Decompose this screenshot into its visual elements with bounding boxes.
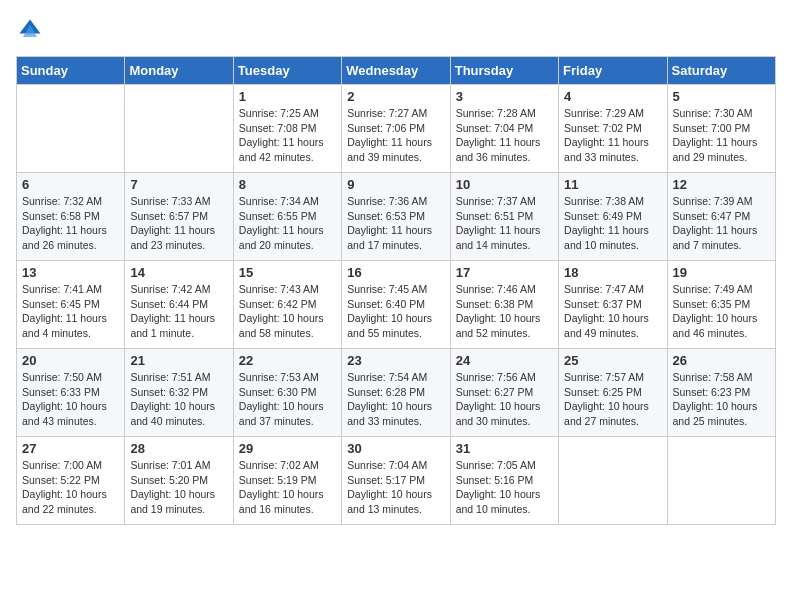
- calendar-cell: 12Sunrise: 7:39 AM Sunset: 6:47 PM Dayli…: [667, 173, 775, 261]
- day-number: 20: [22, 353, 119, 368]
- calendar-cell: 14Sunrise: 7:42 AM Sunset: 6:44 PM Dayli…: [125, 261, 233, 349]
- day-info: Sunrise: 7:36 AM Sunset: 6:53 PM Dayligh…: [347, 194, 444, 253]
- day-info: Sunrise: 7:27 AM Sunset: 7:06 PM Dayligh…: [347, 106, 444, 165]
- weekday-header-wednesday: Wednesday: [342, 57, 450, 85]
- day-info: Sunrise: 7:38 AM Sunset: 6:49 PM Dayligh…: [564, 194, 661, 253]
- calendar-cell: 4Sunrise: 7:29 AM Sunset: 7:02 PM Daylig…: [559, 85, 667, 173]
- day-info: Sunrise: 7:33 AM Sunset: 6:57 PM Dayligh…: [130, 194, 227, 253]
- day-number: 13: [22, 265, 119, 280]
- day-info: Sunrise: 7:49 AM Sunset: 6:35 PM Dayligh…: [673, 282, 770, 341]
- calendar-cell: 9Sunrise: 7:36 AM Sunset: 6:53 PM Daylig…: [342, 173, 450, 261]
- calendar-cell: 2Sunrise: 7:27 AM Sunset: 7:06 PM Daylig…: [342, 85, 450, 173]
- page-header: [16, 16, 776, 44]
- day-info: Sunrise: 7:42 AM Sunset: 6:44 PM Dayligh…: [130, 282, 227, 341]
- calendar-cell: 24Sunrise: 7:56 AM Sunset: 6:27 PM Dayli…: [450, 349, 558, 437]
- calendar-cell: 13Sunrise: 7:41 AM Sunset: 6:45 PM Dayli…: [17, 261, 125, 349]
- calendar-cell: 15Sunrise: 7:43 AM Sunset: 6:42 PM Dayli…: [233, 261, 341, 349]
- calendar-week-row: 20Sunrise: 7:50 AM Sunset: 6:33 PM Dayli…: [17, 349, 776, 437]
- day-info: Sunrise: 7:30 AM Sunset: 7:00 PM Dayligh…: [673, 106, 770, 165]
- weekday-header-thursday: Thursday: [450, 57, 558, 85]
- day-number: 21: [130, 353, 227, 368]
- day-number: 30: [347, 441, 444, 456]
- day-info: Sunrise: 7:46 AM Sunset: 6:38 PM Dayligh…: [456, 282, 553, 341]
- day-number: 18: [564, 265, 661, 280]
- calendar-cell: 18Sunrise: 7:47 AM Sunset: 6:37 PM Dayli…: [559, 261, 667, 349]
- day-info: Sunrise: 7:51 AM Sunset: 6:32 PM Dayligh…: [130, 370, 227, 429]
- day-info: Sunrise: 7:37 AM Sunset: 6:51 PM Dayligh…: [456, 194, 553, 253]
- day-info: Sunrise: 7:00 AM Sunset: 5:22 PM Dayligh…: [22, 458, 119, 517]
- day-info: Sunrise: 7:29 AM Sunset: 7:02 PM Dayligh…: [564, 106, 661, 165]
- day-info: Sunrise: 7:02 AM Sunset: 5:19 PM Dayligh…: [239, 458, 336, 517]
- day-number: 1: [239, 89, 336, 104]
- day-number: 28: [130, 441, 227, 456]
- day-number: 11: [564, 177, 661, 192]
- day-number: 12: [673, 177, 770, 192]
- calendar-cell: 11Sunrise: 7:38 AM Sunset: 6:49 PM Dayli…: [559, 173, 667, 261]
- day-number: 31: [456, 441, 553, 456]
- calendar-cell: 22Sunrise: 7:53 AM Sunset: 6:30 PM Dayli…: [233, 349, 341, 437]
- day-info: Sunrise: 7:41 AM Sunset: 6:45 PM Dayligh…: [22, 282, 119, 341]
- weekday-header-friday: Friday: [559, 57, 667, 85]
- day-number: 10: [456, 177, 553, 192]
- weekday-header-saturday: Saturday: [667, 57, 775, 85]
- calendar-cell: 17Sunrise: 7:46 AM Sunset: 6:38 PM Dayli…: [450, 261, 558, 349]
- weekday-header-row: SundayMondayTuesdayWednesdayThursdayFrid…: [17, 57, 776, 85]
- day-number: 3: [456, 89, 553, 104]
- weekday-header-monday: Monday: [125, 57, 233, 85]
- day-info: Sunrise: 7:01 AM Sunset: 5:20 PM Dayligh…: [130, 458, 227, 517]
- calendar-week-row: 1Sunrise: 7:25 AM Sunset: 7:08 PM Daylig…: [17, 85, 776, 173]
- day-number: 9: [347, 177, 444, 192]
- day-number: 7: [130, 177, 227, 192]
- calendar-cell: 6Sunrise: 7:32 AM Sunset: 6:58 PM Daylig…: [17, 173, 125, 261]
- logo: [16, 16, 48, 44]
- calendar-week-row: 13Sunrise: 7:41 AM Sunset: 6:45 PM Dayli…: [17, 261, 776, 349]
- calendar-cell: [17, 85, 125, 173]
- calendar-cell: 26Sunrise: 7:58 AM Sunset: 6:23 PM Dayli…: [667, 349, 775, 437]
- calendar-cell: [125, 85, 233, 173]
- calendar-cell: [667, 437, 775, 525]
- calendar-cell: 16Sunrise: 7:45 AM Sunset: 6:40 PM Dayli…: [342, 261, 450, 349]
- day-number: 25: [564, 353, 661, 368]
- day-info: Sunrise: 7:53 AM Sunset: 6:30 PM Dayligh…: [239, 370, 336, 429]
- day-info: Sunrise: 7:34 AM Sunset: 6:55 PM Dayligh…: [239, 194, 336, 253]
- calendar-cell: 10Sunrise: 7:37 AM Sunset: 6:51 PM Dayli…: [450, 173, 558, 261]
- day-number: 15: [239, 265, 336, 280]
- day-number: 16: [347, 265, 444, 280]
- day-info: Sunrise: 7:54 AM Sunset: 6:28 PM Dayligh…: [347, 370, 444, 429]
- day-number: 17: [456, 265, 553, 280]
- day-number: 2: [347, 89, 444, 104]
- day-info: Sunrise: 7:39 AM Sunset: 6:47 PM Dayligh…: [673, 194, 770, 253]
- day-info: Sunrise: 7:05 AM Sunset: 5:16 PM Dayligh…: [456, 458, 553, 517]
- calendar-cell: 30Sunrise: 7:04 AM Sunset: 5:17 PM Dayli…: [342, 437, 450, 525]
- calendar-cell: 5Sunrise: 7:30 AM Sunset: 7:00 PM Daylig…: [667, 85, 775, 173]
- calendar-cell: 27Sunrise: 7:00 AM Sunset: 5:22 PM Dayli…: [17, 437, 125, 525]
- calendar-cell: 3Sunrise: 7:28 AM Sunset: 7:04 PM Daylig…: [450, 85, 558, 173]
- day-number: 29: [239, 441, 336, 456]
- weekday-header-tuesday: Tuesday: [233, 57, 341, 85]
- day-info: Sunrise: 7:04 AM Sunset: 5:17 PM Dayligh…: [347, 458, 444, 517]
- day-number: 4: [564, 89, 661, 104]
- calendar-cell: 25Sunrise: 7:57 AM Sunset: 6:25 PM Dayli…: [559, 349, 667, 437]
- day-info: Sunrise: 7:45 AM Sunset: 6:40 PM Dayligh…: [347, 282, 444, 341]
- day-number: 8: [239, 177, 336, 192]
- day-info: Sunrise: 7:32 AM Sunset: 6:58 PM Dayligh…: [22, 194, 119, 253]
- day-number: 19: [673, 265, 770, 280]
- day-info: Sunrise: 7:56 AM Sunset: 6:27 PM Dayligh…: [456, 370, 553, 429]
- calendar-week-row: 27Sunrise: 7:00 AM Sunset: 5:22 PM Dayli…: [17, 437, 776, 525]
- day-info: Sunrise: 7:47 AM Sunset: 6:37 PM Dayligh…: [564, 282, 661, 341]
- day-info: Sunrise: 7:28 AM Sunset: 7:04 PM Dayligh…: [456, 106, 553, 165]
- day-number: 6: [22, 177, 119, 192]
- day-info: Sunrise: 7:57 AM Sunset: 6:25 PM Dayligh…: [564, 370, 661, 429]
- day-number: 23: [347, 353, 444, 368]
- day-info: Sunrise: 7:50 AM Sunset: 6:33 PM Dayligh…: [22, 370, 119, 429]
- calendar-cell: 28Sunrise: 7:01 AM Sunset: 5:20 PM Dayli…: [125, 437, 233, 525]
- calendar-cell: 8Sunrise: 7:34 AM Sunset: 6:55 PM Daylig…: [233, 173, 341, 261]
- day-number: 22: [239, 353, 336, 368]
- calendar-cell: 20Sunrise: 7:50 AM Sunset: 6:33 PM Dayli…: [17, 349, 125, 437]
- day-number: 27: [22, 441, 119, 456]
- logo-icon: [16, 16, 44, 44]
- calendar-cell: 19Sunrise: 7:49 AM Sunset: 6:35 PM Dayli…: [667, 261, 775, 349]
- calendar-table: SundayMondayTuesdayWednesdayThursdayFrid…: [16, 56, 776, 525]
- day-info: Sunrise: 7:25 AM Sunset: 7:08 PM Dayligh…: [239, 106, 336, 165]
- calendar-cell: 31Sunrise: 7:05 AM Sunset: 5:16 PM Dayli…: [450, 437, 558, 525]
